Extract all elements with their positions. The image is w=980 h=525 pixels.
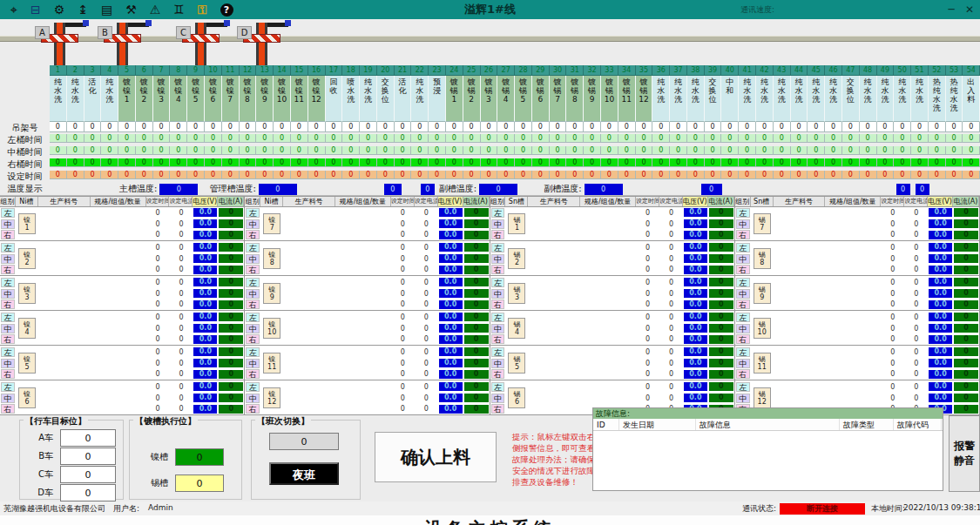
- side-label: 左: [491, 313, 505, 322]
- process-value-cell: 0: [187, 122, 205, 132]
- name-seg: 水: [898, 86, 906, 95]
- process-value-cell: 0: [842, 134, 860, 143]
- header-current: 电流(A): [708, 197, 734, 206]
- group-part-col: [283, 312, 335, 345]
- name-seg: 纯: [812, 77, 820, 86]
- temperature-value-box: 0: [421, 184, 435, 195]
- group-voltage-col: 0.00.00.0: [438, 312, 463, 345]
- lock-icon[interactable]: ⚿: [198, 0, 207, 19]
- tank-char: 锡: [509, 355, 524, 363]
- crane-target-row: D车0: [27, 484, 116, 501]
- group-voltage-col: 0.00.00.0: [683, 277, 708, 310]
- name-seg: 洗: [916, 95, 923, 104]
- process-col-number: 49: [877, 65, 895, 76]
- process-value-cell: 0: [463, 134, 481, 143]
- name-seg: 水: [950, 95, 958, 104]
- process-value-cell: 0: [636, 158, 653, 167]
- level-icon[interactable]: ↨: [78, 0, 88, 19]
- process-value-cell: 0: [136, 134, 153, 143]
- process-value-cell: 0: [515, 122, 532, 132]
- process-value-cell: 0: [395, 158, 412, 167]
- name-seg: 换: [847, 86, 855, 95]
- process-value-cell: 0: [670, 158, 687, 167]
- side-label: 右: [736, 300, 750, 309]
- process-col-number: 50: [894, 65, 911, 76]
- close-button[interactable]: ✕: [962, 0, 977, 19]
- current-value-box: 0: [954, 219, 978, 228]
- process-value-cell: 0: [240, 158, 257, 167]
- side-label: 左: [1, 382, 15, 392]
- tank-label: 镍2: [18, 248, 36, 269]
- tools-icon[interactable]: ⚒: [125, 0, 137, 19]
- crane-target-value[interactable]: 0: [60, 484, 116, 501]
- fault-col-ID: ID: [593, 419, 619, 430]
- voltage-value-box: 0.0: [929, 359, 952, 367]
- name-seg: 洗: [778, 95, 786, 104]
- minimize-button[interactable]: ─: [943, 0, 959, 19]
- set-time-value: 0: [636, 254, 659, 264]
- name-seg: 镍: [209, 86, 217, 95]
- process-col-name: 镀镍8: [240, 76, 257, 122]
- process-col-number: 41: [739, 65, 756, 76]
- group-spec-col: [825, 312, 881, 345]
- set-time-value: 0: [391, 219, 415, 229]
- process-value-cell: 0: [446, 122, 463, 132]
- crane-target-value[interactable]: 0: [60, 429, 116, 447]
- meter-icon[interactable]: ⊟: [30, 0, 41, 19]
- side-label: 中: [246, 359, 260, 368]
- set-current-value: 0: [169, 347, 193, 357]
- document-icon[interactable]: ▤: [101, 0, 112, 19]
- group-set-time-col: 000: [636, 207, 659, 240]
- crane-target-row: A车0: [27, 429, 116, 447]
- process-value-cell: 0: [118, 171, 136, 179]
- process-value-cell: 0: [153, 122, 171, 132]
- group-side-col: 左中右: [245, 312, 260, 345]
- crane-target-value[interactable]: 0: [60, 466, 116, 483]
- gear-icon[interactable]: ⚙: [54, 0, 65, 19]
- name-seg: 纯: [778, 77, 786, 86]
- crane-target-value[interactable]: 0: [60, 448, 116, 465]
- group-spec-col: [335, 277, 391, 310]
- header-set-current: 设定电流: [659, 197, 683, 206]
- name-seg: 镀: [313, 77, 321, 86]
- side-label: 中: [246, 254, 260, 264]
- set-current-value: 0: [169, 359, 193, 368]
- tank-group-锡1: 左中右锡10000000.00.00.0000: [490, 207, 734, 240]
- voltage-value-box: 0.0: [684, 359, 707, 367]
- set-current-value: 0: [659, 219, 683, 229]
- process-value-cell: 0: [601, 171, 618, 179]
- scanner-icon[interactable]: ⌖: [10, 0, 17, 19]
- process-value-cell: 0: [101, 146, 118, 155]
- process-col-name: 镀锡4: [497, 76, 515, 122]
- current-value-box: 0: [464, 394, 489, 402]
- group-tank-col: 镍10: [260, 312, 283, 345]
- fault-col-故障类型: 故障类型: [840, 419, 894, 430]
- confirm-loading-button[interactable]: 确认上料: [375, 432, 497, 482]
- process-value-cell: 0: [136, 146, 153, 155]
- group-side-col: 左中右: [245, 242, 260, 275]
- name-seg: 和: [726, 86, 733, 95]
- crane-target-label: D车: [27, 487, 53, 499]
- group-tank-col: 锡4: [505, 312, 528, 345]
- fault-table-body[interactable]: [593, 431, 943, 490]
- group-set-current-col: 000: [415, 207, 438, 240]
- system-title: 设备主控系统: [399, 517, 582, 525]
- voltage-value-box: 0.0: [193, 359, 217, 367]
- night-shift-button[interactable]: 夜班: [269, 462, 339, 485]
- process-value-cell: 0: [877, 171, 895, 179]
- name-seg: 洗: [950, 104, 958, 112]
- process-value-cell: 0: [222, 158, 240, 167]
- warning-icon[interactable]: ⚠: [150, 0, 161, 19]
- process-value-cell: 0: [153, 158, 171, 167]
- users-icon[interactable]: ♊: [173, 0, 185, 19]
- side-label: 右: [491, 230, 505, 239]
- alarm-mute-button[interactable]: 报警 静音: [949, 415, 980, 492]
- process-value-cell: 0: [118, 146, 136, 155]
- group-set-time-col: 000: [391, 381, 415, 414]
- process-value-cell: 0: [739, 171, 756, 179]
- help-icon[interactable]: ?: [220, 3, 233, 17]
- name-seg: 1: [125, 95, 130, 104]
- process-value-cell: 0: [584, 158, 601, 167]
- group-current-col: 000: [463, 347, 490, 380]
- group-set-time-col: 000: [391, 312, 415, 345]
